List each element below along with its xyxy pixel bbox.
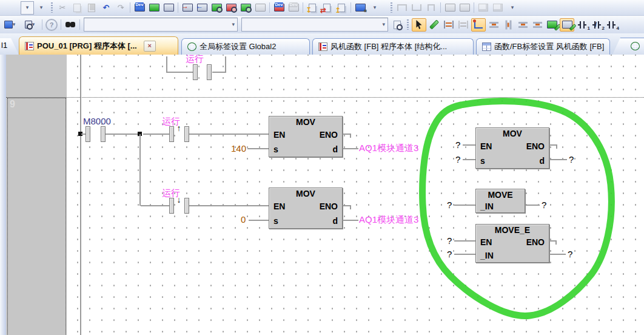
open-contact-button[interactable]: 1 — [575, 19, 589, 31]
contact-bar[interactable] — [193, 64, 198, 80]
trend-chart-button[interactable] — [477, 2, 490, 14]
forced-on-button[interactable] — [443, 2, 457, 14]
closed-contact-button[interactable]: /2 — [590, 19, 603, 31]
pin-eno[interactable]: ENO — [526, 235, 545, 249]
toolbar-options-chevron[interactable]: ▾ — [35, 2, 48, 14]
device-test-dev2-button[interactable]: Dev — [287, 2, 300, 14]
pulse-rise-button[interactable] — [395, 2, 409, 14]
redo-button[interactable]: ↷ — [114, 2, 127, 14]
find-button[interactable] — [64, 19, 77, 31]
pin-eno[interactable]: ENO — [320, 199, 338, 214]
pin-s[interactable]: s — [273, 142, 278, 157]
toolbar-grip[interactable] — [407, 19, 409, 30]
pc-lock-button[interactable]: ■ — [354, 2, 367, 14]
contact-bar[interactable] — [184, 126, 189, 142]
pin-s[interactable]: s — [480, 154, 485, 168]
device-search-button[interactable]: ▾ — [20, 19, 39, 31]
watch-window-button[interactable]: ▾ — [1, 19, 19, 31]
pin-eno[interactable]: ENO — [320, 127, 338, 142]
function-block-move-e[interactable]: MOVE_E ENENO _IN — [475, 224, 549, 263]
import-doc-button[interactable]: ↥ — [335, 2, 348, 14]
tab-pou01-program[interactable]: POU_01 [PRG] 程序本体 [... × — [19, 36, 178, 55]
output-label-aq1-channel3[interactable]: AQ1模块通道3 — [359, 143, 418, 153]
pulse-fall-button[interactable] — [410, 2, 423, 14]
device-combobox[interactable]: ▾ — [241, 18, 388, 32]
pin-in[interactable]: _IN — [480, 200, 494, 212]
pin-d[interactable]: d — [539, 154, 545, 168]
insert-column-button[interactable] — [501, 19, 515, 31]
forced-off-button[interactable] — [458, 2, 471, 14]
device-monitor-button[interactable]: Dev — [133, 2, 146, 14]
unassigned-operand[interactable]: ? — [455, 140, 460, 150]
monitor-write-mode-button[interactable] — [162, 2, 175, 14]
trend-chart2-button[interactable] — [491, 2, 505, 14]
constant-140[interactable]: 140 — [231, 144, 246, 154]
unassigned-operand[interactable]: ? — [447, 236, 452, 246]
contact-bar[interactable] — [169, 126, 174, 142]
function-block-mov1[interactable]: MOV ENENO sd — [269, 116, 343, 157]
copy-button[interactable] — [70, 2, 84, 14]
pin-en[interactable]: EN — [273, 199, 285, 214]
toolbar-options-chevron[interactable]: ▾ — [506, 2, 519, 14]
coil-button[interactable]: 4 — [605, 19, 618, 31]
cut-button[interactable]: ✂ — [56, 2, 69, 14]
tab-partial-left[interactable]: l1 — [0, 38, 19, 55]
function-block-mov2[interactable]: MOV ENENO sd — [269, 188, 343, 229]
monitor-stop-button[interactable] — [224, 2, 238, 14]
tab-fan-fb-program[interactable]: 风机函数 [FB] 程序本体 [结构化... — [312, 38, 474, 55]
monitor-watch-button[interactable] — [239, 2, 252, 14]
edit-pen-button[interactable] — [428, 19, 441, 31]
undo-button[interactable]: ↶ — [99, 2, 113, 14]
unassigned-operand[interactable]: ? — [568, 249, 572, 259]
delete-row-button[interactable] — [516, 19, 529, 31]
pin-en[interactable]: EN — [480, 139, 492, 154]
toolbar-grip[interactable] — [51, 2, 53, 13]
contact-bar[interactable] — [207, 64, 212, 80]
tab-global-label-settings[interactable]: 全局标签设置 Global2 — [181, 38, 310, 55]
find-combobox[interactable]: ▾ — [84, 18, 238, 32]
tab-fb-label-settings[interactable]: 函数/FB标签设置 风机函数 [FB] — [476, 38, 610, 55]
fb-edit-button[interactable] — [560, 18, 574, 32]
pin-s[interactable]: s — [273, 214, 278, 228]
guided-mode-button[interactable] — [457, 19, 470, 31]
unassigned-operand[interactable]: ? — [542, 200, 546, 210]
pin-d[interactable]: d — [332, 214, 338, 228]
unassigned-operand[interactable]: ? — [447, 200, 452, 210]
insert-row-button[interactable] — [487, 19, 500, 31]
toolbox-combo-caret[interactable]: ▾ — [21, 1, 34, 15]
export-doc-button[interactable]: ↧ — [306, 2, 319, 14]
monitor-mode-button[interactable] — [147, 2, 161, 14]
toolbar-grip[interactable] — [391, 2, 392, 13]
unassigned-operand[interactable]: ? — [447, 249, 452, 259]
unassigned-operand[interactable]: ? — [455, 155, 460, 164]
paste-button[interactable] — [85, 2, 98, 14]
output-label-aq1-channel3[interactable]: AQ1模块通道3 — [359, 215, 418, 225]
tab-close-button[interactable]: × — [144, 41, 156, 52]
verify-doc-button[interactable]: ⇄ — [320, 2, 334, 14]
pin-en[interactable]: EN — [273, 127, 285, 142]
constant-0[interactable]: 0 — [241, 215, 246, 225]
tab-partial-right[interactable] — [612, 38, 644, 55]
contact-bar[interactable] — [86, 126, 90, 142]
pin-en[interactable]: EN — [480, 235, 492, 249]
unassigned-operand[interactable]: ? — [569, 155, 574, 164]
pin-d[interactable]: d — [332, 142, 338, 157]
contact-label-m8000[interactable]: M8000 — [83, 117, 111, 126]
monitor-start-button[interactable] — [210, 2, 223, 14]
function-block-mov3[interactable]: MOV ENENO sd — [475, 127, 549, 169]
contact-bar[interactable] — [169, 198, 174, 214]
device-test-dev-button[interactable]: Dev — [272, 2, 286, 14]
zoom-document-button[interactable] — [391, 19, 404, 31]
monitor-pause-button[interactable] — [253, 2, 267, 14]
write-to-plc-button[interactable]: → — [181, 2, 194, 14]
pin-in[interactable]: _IN — [480, 249, 494, 262]
pin-eno[interactable]: ENO — [526, 139, 545, 154]
help-button[interactable]: ? — [45, 19, 58, 31]
pulse-train-button[interactable] — [424, 2, 438, 14]
function-block-move-in[interactable]: MOVE _IN — [475, 189, 525, 213]
delete-column-button[interactable] — [531, 19, 544, 31]
read-from-plc-button[interactable]: ← — [195, 2, 209, 14]
contact-bar[interactable] — [101, 126, 106, 142]
select-mode-button[interactable] — [412, 18, 426, 32]
toolbar-options-chevron[interactable]: ▾ — [368, 2, 381, 14]
